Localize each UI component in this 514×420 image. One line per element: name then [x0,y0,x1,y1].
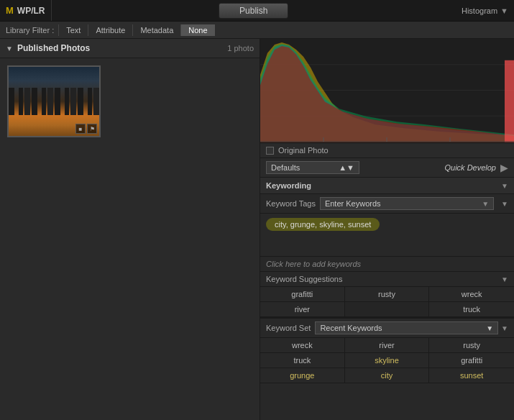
kw-set-sunset[interactable]: sunset [429,368,514,383]
main-content: ▼ Published Photos 1 photo ■ ⚑ [0,39,514,420]
keyword-set-grid: wreck river rusty truck skyline grafitti… [260,338,514,383]
right-panel: Original Photo Defaults ▲▼ Quick Develop… [260,39,514,420]
keywording-title: Keywording [266,181,501,190]
photo-flag-icon: ⚑ [87,124,97,134]
suggestion-empty-1 [345,302,430,317]
keyword-suggestions-section: Keyword Suggestions ▼ grafitti rusty wre… [260,272,514,318]
suggestions-grid: grafitti rusty wreck river truck [260,287,514,317]
keywords-pill: city, grunge, skyline, sunset [266,218,380,231]
keyword-panel-arrow-icon[interactable]: ▼ [501,200,508,208]
enter-keywords-input[interactable]: Enter Keywords ▼ [320,197,494,210]
quick-develop-row: Defaults ▲▼ Quick Develop ▶ [260,158,514,177]
keyword-tags-label: Keyword Tags [266,199,316,208]
kw-set-wreck[interactable]: wreck [260,338,345,353]
kw-set-rusty[interactable]: rusty [429,338,514,353]
logo-wp-lr: WP/LR [17,6,45,16]
kw-set-truck[interactable]: truck [260,353,345,368]
photo-thumbnail[interactable]: ■ ⚑ [7,65,101,137]
keywording-toggle-icon[interactable]: ▼ [501,182,508,190]
suggestions-title: Keyword Suggestions [266,275,501,283]
histogram-section [260,39,514,143]
suggestion-truck[interactable]: truck [429,302,514,317]
histogram-text: Histogram [462,6,497,15]
histogram-chart [260,39,514,142]
quick-develop-label: Quick Develop [359,163,496,172]
keyword-set-section: Keyword Set Recent Keywords ▼ ▼ wreck ri… [260,318,514,383]
filter-attribute-button[interactable]: Attribute [88,24,133,36]
keyword-set-dropdown-icon: ▼ [486,324,493,332]
kw-set-river[interactable]: river [345,338,430,353]
histogram-arrow-icon: ▼ [500,6,508,15]
suggestion-rusty[interactable]: rusty [345,287,430,302]
published-photos-header: ▼ Published Photos 1 photo [0,39,260,58]
keyword-tags-row: Keyword Tags Enter Keywords ▼ ▼ [260,194,514,214]
defaults-select[interactable]: Defaults ▲▼ [266,161,359,174]
kw-set-skyline[interactable]: skyline [345,353,430,368]
suggestions-arrow-icon[interactable]: ▼ [501,275,508,283]
keyword-set-label: Keyword Set [266,324,311,332]
original-photo-checkbox[interactable] [266,147,274,155]
original-photo-label: Original Photo [278,146,329,155]
keyword-set-value: Recent Keywords [320,324,382,332]
kw-set-grunge[interactable]: grunge [260,368,345,383]
photo-grid: ■ ⚑ [0,58,260,420]
keyword-set-header: Keyword Set Recent Keywords ▼ ▼ [260,318,514,338]
kw-set-grafitti[interactable]: grafitti [429,353,514,368]
suggestion-river[interactable]: river [260,302,345,317]
suggestions-header: Keyword Suggestions ▼ [260,272,514,287]
quick-develop-section: Original Photo Defaults ▲▼ Quick Develop… [260,143,514,178]
original-photo-row: Original Photo [260,143,514,158]
defaults-label: Defaults [271,163,300,172]
filter-metadata-button[interactable]: Metadata [133,24,181,36]
left-panel: ▼ Published Photos 1 photo ■ ⚑ [0,39,260,420]
keywording-header: Keywording ▼ [260,178,514,194]
add-keywords-link[interactable]: Click here to add keywords [260,257,514,272]
filter-bar-label: Library Filter : [6,26,54,35]
top-bar: M WP/LR Publish Histogram ▼ [0,0,514,22]
histogram-label-area: Histogram ▼ [456,6,514,15]
published-photos-title: Published Photos [17,43,227,53]
suggestion-grafitti[interactable]: grafitti [260,287,345,302]
filter-text-button[interactable]: Text [58,24,88,36]
keywords-area[interactable]: city, grunge, skyline, sunset [260,214,514,257]
kw-set-city[interactable]: city [345,368,430,383]
photo-badge-icon: ■ [75,124,86,134]
keyword-set-arrow-icon[interactable]: ▼ [501,324,508,332]
logo-m: M [6,5,14,16]
logo: M WP/LR [0,0,52,21]
suggestion-wreck[interactable]: wreck [429,287,514,302]
svg-rect-8 [505,60,514,142]
publish-button[interactable]: Publish [219,3,288,19]
quick-develop-toggle-icon[interactable]: ▶ [500,162,508,173]
published-photos-count: 1 photo [227,44,254,52]
filter-bar: Library Filter : Text Attribute Metadata… [0,22,514,39]
photo-icons: ■ ⚑ [75,124,97,134]
top-bar-center: Publish [52,3,456,19]
keyword-set-select[interactable]: Recent Keywords ▼ [315,321,498,334]
panel-collapse-icon[interactable]: ▼ [6,45,13,52]
filter-none-button[interactable]: None [181,24,214,36]
enter-keywords-text: Enter Keywords [325,199,381,208]
defaults-arrow-icon: ▲▼ [339,163,354,172]
keyword-dropdown-icon[interactable]: ▼ [482,200,489,208]
